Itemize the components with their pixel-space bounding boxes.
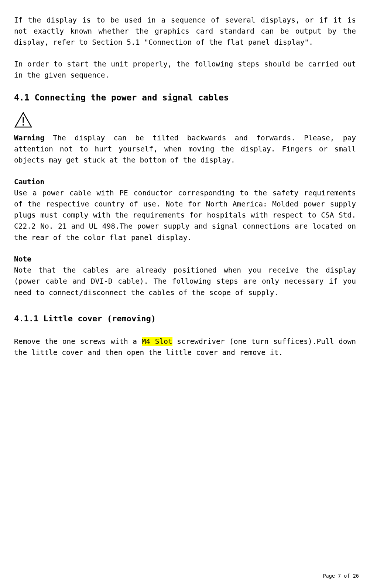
warning-block: Warning The display can be tilted backwa… [14,133,356,166]
intro-paragraph: If the display is to be used in a sequen… [14,15,356,48]
remove-pre: Remove the one screws with a [14,337,142,346]
warning-label: Warning [14,134,44,142]
warning-icon [14,112,356,131]
note-label: Note [14,254,356,265]
page-footer: Page 7 of 26 [323,572,359,580]
caution-label: Caution [14,177,356,188]
warning-text: The display can be tilted backwards and … [14,134,356,164]
highlight-m4-slot: M4 Slot [142,337,172,346]
note-block: Note Note that the cables are already po… [14,254,356,298]
remove-paragraph: Remove the one screws with a M4 Slot scr… [14,336,356,358]
note-text: Note that the cables are already positio… [14,265,356,298]
heading-4-1-1: 4.1.1 Little cover (removing) [14,312,356,325]
heading-4-1: 4.1 Connecting the power and signal cabl… [14,91,356,105]
steps-paragraph: In order to start the unit properly, the… [14,59,356,81]
caution-block: Caution Use a power cable with PE conduc… [14,177,356,243]
svg-point-2 [23,124,24,126]
caution-text: Use a power cable with PE conductor corr… [14,188,356,243]
